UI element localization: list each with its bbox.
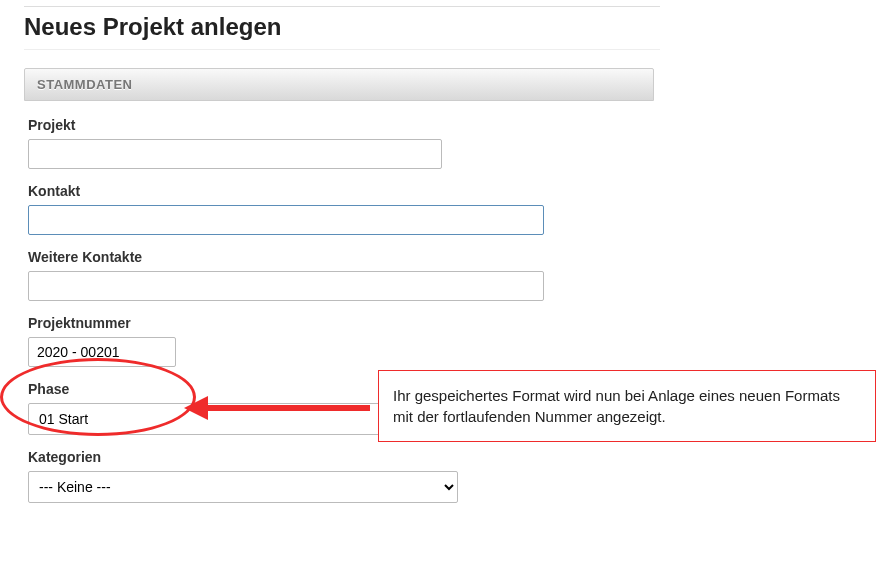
label-kontakt: Kontakt (28, 183, 660, 199)
input-weitere-kontakte[interactable] (28, 271, 544, 301)
label-kategorien: Kategorien (28, 449, 660, 465)
page-title: Neues Projekt anlegen (24, 13, 660, 50)
label-weitere-kontakte: Weitere Kontakte (28, 249, 660, 265)
form-stammdaten: Projekt Kontakt Weitere Kontakte Projekt… (24, 101, 660, 503)
annotation-callout: Ihr gespeichertes Format wird nun bei An… (378, 370, 876, 442)
input-projektnummer[interactable] (28, 337, 176, 367)
label-projektnummer: Projektnummer (28, 315, 660, 331)
panel-header-stammdaten: STAMMDATEN (24, 68, 654, 101)
input-kontakt[interactable] (28, 205, 544, 235)
select-kategorien[interactable]: --- Keine --- (28, 471, 458, 503)
label-projekt: Projekt (28, 117, 660, 133)
input-projekt[interactable] (28, 139, 442, 169)
